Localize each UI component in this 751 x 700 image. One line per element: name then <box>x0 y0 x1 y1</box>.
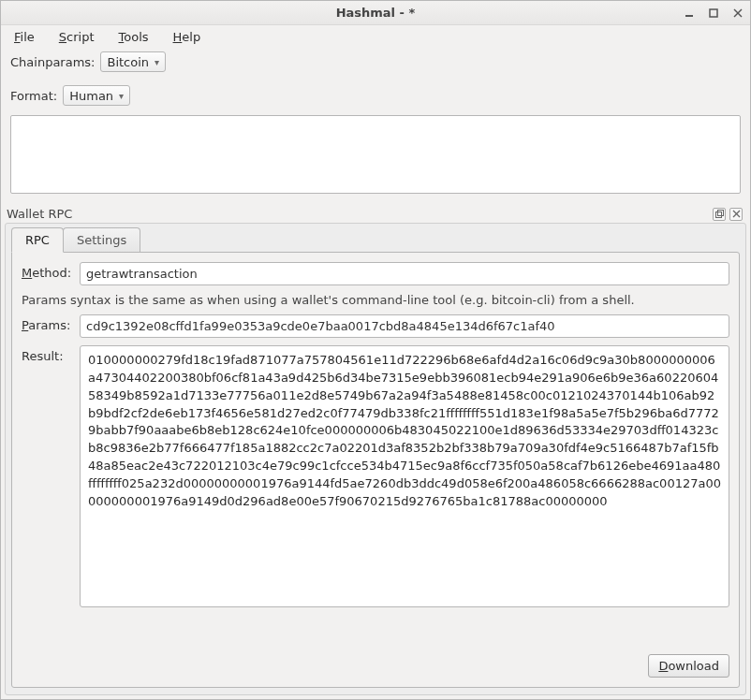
menu-file[interactable]: File <box>8 28 40 46</box>
method-row: Method: <box>22 262 729 285</box>
menubar: File Script Tools Help <box>1 25 750 48</box>
result-label: Result: <box>22 345 72 363</box>
params-row: Params: <box>22 314 729 338</box>
svg-rect-5 <box>717 211 723 216</box>
close-panel-icon[interactable] <box>729 208 743 221</box>
tab-pane-rpc: Method: Params syntax is the same as whe… <box>11 252 740 688</box>
maximize-icon[interactable] <box>707 7 720 20</box>
params-input[interactable] <box>80 314 729 338</box>
format-label: Format: <box>10 89 57 103</box>
download-button[interactable]: Download <box>648 654 729 678</box>
tab-rpc[interactable]: RPC <box>11 227 64 253</box>
chevron-down-icon: ▾ <box>155 57 159 67</box>
window-controls <box>683 7 744 20</box>
format-select[interactable]: Human ▾ <box>63 85 130 106</box>
script-input[interactable] <box>10 115 741 194</box>
menu-help[interactable]: Help <box>168 28 207 46</box>
menu-script[interactable]: Script <box>53 28 100 46</box>
tabs: RPC Settings <box>11 227 745 253</box>
method-label: Method: <box>22 262 72 280</box>
chevron-down-icon: ▾ <box>119 91 124 101</box>
svg-rect-4 <box>715 212 721 218</box>
tab-settings[interactable]: Settings <box>63 227 140 253</box>
params-hint: Params syntax is the same as when using … <box>22 293 729 307</box>
wallet-rpc-panel: RPC Settings Method: Params syntax is th… <box>5 223 746 695</box>
params-label: Params: <box>22 314 72 332</box>
method-input[interactable] <box>80 262 729 285</box>
result-row: Result: 010000000279fd18c19fad871077a757… <box>22 345 729 637</box>
format-value: Human <box>69 89 113 103</box>
chainparams-value: Bitcoin <box>107 55 149 69</box>
svg-rect-0 <box>685 15 693 17</box>
close-icon[interactable] <box>731 7 744 20</box>
svg-rect-1 <box>710 9 717 17</box>
titlebar: Hashmal - * <box>1 1 750 25</box>
app-window: Hashmal - * File Script Tools Help Chain… <box>0 0 751 700</box>
window-title: Hashmal - * <box>1 6 750 20</box>
format-row: Format: Human ▾ <box>1 81 750 109</box>
restore-panel-icon[interactable] <box>713 208 726 221</box>
chainparams-row: Chainparams: Bitcoin ▾ <box>1 48 750 76</box>
chainparams-label: Chainparams: <box>10 55 95 69</box>
footer-row: Download <box>22 645 729 678</box>
chainparams-select[interactable]: Bitcoin ▾ <box>100 51 166 72</box>
minimize-icon[interactable] <box>683 7 696 20</box>
result-output[interactable]: 010000000279fd18c19fad871077a757804561e1… <box>80 345 729 607</box>
wallet-rpc-title: Wallet RPC <box>7 207 72 221</box>
menu-tools[interactable]: Tools <box>113 28 155 46</box>
